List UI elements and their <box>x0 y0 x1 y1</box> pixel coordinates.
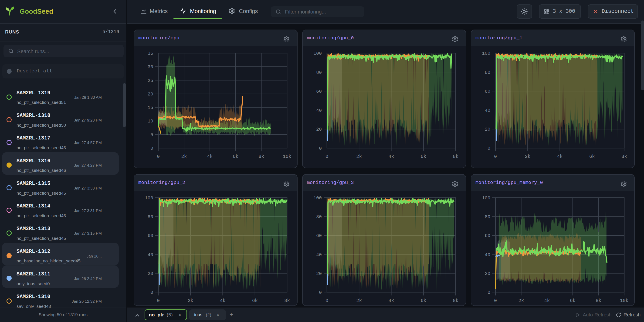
svg-text:35: 35 <box>148 51 153 56</box>
svg-text:20: 20 <box>485 271 490 276</box>
svg-text:0: 0 <box>488 290 490 295</box>
svg-text:80: 80 <box>485 214 490 220</box>
svg-text:2k: 2k <box>356 298 362 303</box>
svg-text:40: 40 <box>316 252 322 258</box>
svg-text:5: 5 <box>150 132 153 138</box>
svg-text:8k: 8k <box>258 154 264 159</box>
svg-text:8k: 8k <box>596 298 601 303</box>
svg-text:80: 80 <box>316 70 322 75</box>
svg-text:40: 40 <box>485 252 490 258</box>
svg-text:2k: 2k <box>181 154 187 159</box>
svg-text:60: 60 <box>485 233 490 238</box>
svg-text:6k: 6k <box>252 298 258 303</box>
svg-text:2k: 2k <box>525 154 530 159</box>
svg-text:100: 100 <box>145 195 153 201</box>
svg-text:4k: 4k <box>544 298 550 303</box>
svg-text:2k: 2k <box>356 154 362 159</box>
svg-text:20: 20 <box>485 127 490 132</box>
svg-text:10k: 10k <box>620 298 628 303</box>
svg-text:10k: 10k <box>283 154 291 159</box>
svg-text:20: 20 <box>148 92 153 97</box>
svg-text:4k: 4k <box>207 154 212 159</box>
svg-text:0: 0 <box>157 154 160 159</box>
svg-text:8k: 8k <box>284 298 290 303</box>
svg-text:40: 40 <box>148 252 153 258</box>
svg-text:0: 0 <box>326 154 328 159</box>
svg-text:0: 0 <box>494 154 497 159</box>
svg-text:0: 0 <box>157 298 160 303</box>
svg-text:4k: 4k <box>557 154 562 159</box>
svg-text:80: 80 <box>148 214 153 220</box>
svg-text:30: 30 <box>148 64 153 70</box>
svg-text:20: 20 <box>148 271 153 276</box>
svg-text:10: 10 <box>148 118 153 124</box>
svg-text:6k: 6k <box>570 298 576 303</box>
svg-text:2k: 2k <box>518 298 524 303</box>
svg-text:0: 0 <box>488 146 490 151</box>
svg-text:0: 0 <box>326 298 328 303</box>
svg-text:100: 100 <box>482 195 490 201</box>
svg-text:8k: 8k <box>622 154 627 159</box>
svg-text:40: 40 <box>316 108 322 113</box>
svg-text:60: 60 <box>316 89 322 94</box>
svg-text:4k: 4k <box>388 298 394 303</box>
svg-text:8k: 8k <box>453 298 458 303</box>
svg-text:4k: 4k <box>220 298 226 303</box>
svg-text:25: 25 <box>148 78 153 83</box>
svg-text:0: 0 <box>319 146 322 151</box>
svg-text:60: 60 <box>485 89 490 94</box>
svg-text:40: 40 <box>485 108 490 113</box>
svg-text:80: 80 <box>316 214 322 220</box>
svg-text:100: 100 <box>314 51 322 56</box>
svg-text:8k: 8k <box>453 154 458 159</box>
svg-text:15: 15 <box>148 105 153 110</box>
svg-text:0: 0 <box>150 290 153 295</box>
svg-text:60: 60 <box>316 233 322 238</box>
svg-text:100: 100 <box>314 195 322 201</box>
svg-text:60: 60 <box>148 233 153 238</box>
svg-text:0: 0 <box>150 146 153 151</box>
svg-text:0: 0 <box>319 290 322 295</box>
svg-text:4k: 4k <box>388 154 394 159</box>
svg-text:20: 20 <box>316 127 322 132</box>
svg-text:2k: 2k <box>188 298 193 303</box>
svg-text:6k: 6k <box>421 154 426 159</box>
svg-text:80: 80 <box>485 70 490 75</box>
svg-text:20: 20 <box>316 271 322 276</box>
svg-text:0: 0 <box>494 298 497 303</box>
svg-text:6k: 6k <box>233 154 238 159</box>
svg-text:6k: 6k <box>421 298 426 303</box>
svg-text:6k: 6k <box>589 154 595 159</box>
svg-text:100: 100 <box>482 51 490 56</box>
